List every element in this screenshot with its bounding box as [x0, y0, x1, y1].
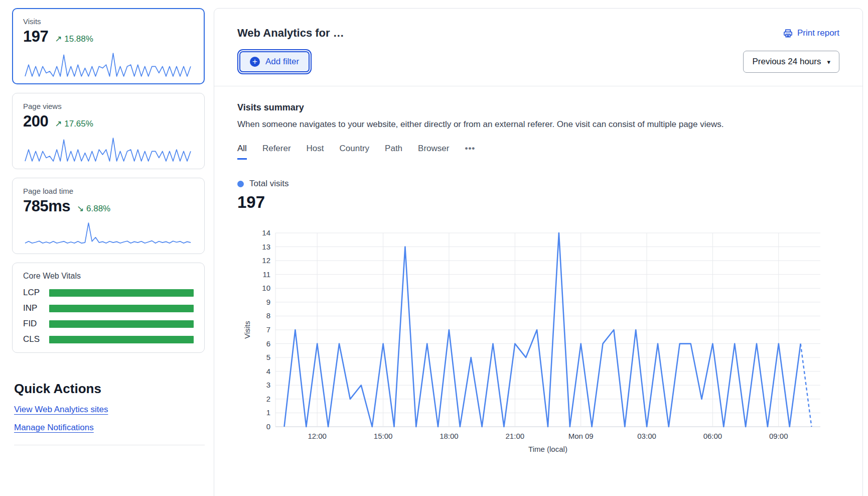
- svg-text:9: 9: [266, 298, 270, 306]
- visits-summary-section: Visits summary When someone navigates to…: [214, 86, 862, 467]
- dimension-tabs: All Referer Host Country Path Browser ••…: [237, 144, 839, 160]
- svg-text:18:00: 18:00: [440, 432, 459, 440]
- visits-sparkline: [23, 51, 193, 78]
- section-title: Visits summary: [237, 102, 839, 113]
- tabs-overflow-button[interactable]: •••: [465, 144, 475, 160]
- metric-title: Visits: [23, 17, 194, 26]
- trend-up-icon: ↗: [55, 119, 62, 129]
- core-web-vitals-title: Core Web Vitals: [23, 272, 194, 281]
- tab-host[interactable]: Host: [307, 144, 324, 160]
- metric-card-pageloadtime[interactable]: Page load time 785ms ↘ 6.88%: [12, 178, 205, 254]
- metric-card-pageviews[interactable]: Page views 200 ↗ 17.65%: [12, 93, 205, 169]
- trend-down-icon: ↘: [77, 204, 84, 213]
- metric-title: Page views: [23, 102, 194, 110]
- svg-text:Visits: Visits: [243, 321, 251, 339]
- cwv-bar-good: [49, 305, 194, 312]
- svg-text:2: 2: [266, 395, 270, 403]
- svg-text:14: 14: [262, 228, 270, 237]
- svg-text:03:00: 03:00: [637, 432, 656, 440]
- cwv-label: LCP: [23, 288, 49, 298]
- visits-chart-container: 0123456789101112131412:0015:0018:0021:00…: [237, 225, 839, 467]
- page-title: Web Analytics for …: [237, 27, 344, 40]
- metric-delta-up: ↗ 15.88%: [55, 34, 93, 44]
- tab-browser[interactable]: Browser: [418, 144, 449, 160]
- svg-text:13: 13: [262, 242, 270, 251]
- trend-up-icon: ↗: [55, 34, 62, 44]
- svg-text:1: 1: [266, 408, 270, 417]
- sidebar: Visits 197 ↗ 15.88% Page views 200 ↗ 17.…: [12, 8, 205, 496]
- svg-text:5: 5: [266, 353, 270, 361]
- main-header: Web Analytics for … Print report: [214, 9, 862, 40]
- cwv-row-inp: INP: [23, 303, 194, 313]
- svg-text:06:00: 06:00: [703, 432, 722, 440]
- total-visits-value: 197: [237, 193, 839, 212]
- section-description: When someone navigates to your website, …: [237, 119, 839, 130]
- metric-card-visits[interactable]: Visits 197 ↗ 15.88%: [12, 8, 205, 84]
- svg-text:11: 11: [262, 270, 270, 279]
- manage-notifications-link[interactable]: Manage Notifications: [14, 423, 94, 433]
- svg-text:3: 3: [266, 381, 270, 389]
- tab-path[interactable]: Path: [385, 144, 402, 160]
- legend-label: Total visits: [249, 179, 288, 189]
- svg-text:8: 8: [266, 311, 270, 320]
- svg-text:6: 6: [266, 339, 270, 348]
- metric-value: 785ms: [23, 197, 70, 215]
- cwv-label: FID: [23, 319, 49, 329]
- svg-text:7: 7: [266, 325, 270, 334]
- quick-actions-title: Quick Actions: [14, 381, 205, 397]
- svg-text:15:00: 15:00: [374, 432, 393, 440]
- tab-country[interactable]: Country: [340, 144, 370, 160]
- time-range-dropdown[interactable]: Previous 24 hours ▾: [743, 51, 839, 73]
- add-filter-button[interactable]: + Add filter: [239, 51, 310, 72]
- cwv-bar-good: [49, 336, 194, 343]
- svg-text:Mon 09: Mon 09: [568, 432, 594, 440]
- metric-delta-down: ↘ 6.88%: [77, 203, 110, 214]
- series-dot-icon: [237, 181, 244, 187]
- loadtime-sparkline: [23, 220, 193, 247]
- metric-title: Page load time: [23, 187, 194, 195]
- print-report-button[interactable]: Print report: [783, 28, 839, 38]
- cwv-bar-good: [49, 289, 194, 297]
- svg-text:12: 12: [262, 256, 270, 265]
- svg-text:12:00: 12:00: [308, 432, 327, 440]
- svg-text:10: 10: [262, 284, 270, 292]
- view-web-analytics-sites-link[interactable]: View Web Analytics sites: [14, 405, 108, 415]
- chevron-down-icon: ▾: [827, 58, 830, 66]
- visits-chart: 0123456789101112131412:0015:0018:0021:00…: [242, 225, 839, 465]
- cwv-bar-good: [49, 320, 194, 328]
- svg-text:09:00: 09:00: [769, 432, 788, 440]
- metric-value: 197: [23, 28, 48, 46]
- analytics-main-card: Web Analytics for … Print report + Add f…: [214, 8, 863, 496]
- cwv-label: CLS: [23, 334, 49, 344]
- svg-text:4: 4: [266, 367, 270, 376]
- metric-delta-up: ↗ 17.65%: [55, 118, 93, 129]
- tab-referer[interactable]: Referer: [262, 144, 291, 160]
- tab-all[interactable]: All: [237, 144, 247, 160]
- controls-row: + Add filter Previous 24 hours ▾: [214, 40, 862, 86]
- cwv-row-fid: FID: [23, 319, 194, 329]
- chart-legend: Total visits: [237, 179, 839, 189]
- sidebar-divider: [14, 445, 205, 445]
- web-analytics-page: Visits 197 ↗ 15.88% Page views 200 ↗ 17.…: [0, 0, 868, 496]
- cwv-row-cls: CLS: [23, 334, 194, 344]
- svg-text:21:00: 21:00: [506, 432, 525, 440]
- cwv-row-lcp: LCP: [23, 288, 194, 298]
- metric-value: 200: [23, 112, 48, 131]
- printer-icon: [783, 29, 793, 38]
- plus-circle-icon: +: [250, 57, 260, 67]
- pageviews-sparkline: [23, 136, 193, 163]
- core-web-vitals-card[interactable]: Core Web Vitals LCP INP FID CLS: [12, 263, 205, 353]
- cwv-label: INP: [23, 303, 49, 313]
- svg-text:Time (local): Time (local): [528, 445, 567, 453]
- svg-text:0: 0: [266, 422, 270, 431]
